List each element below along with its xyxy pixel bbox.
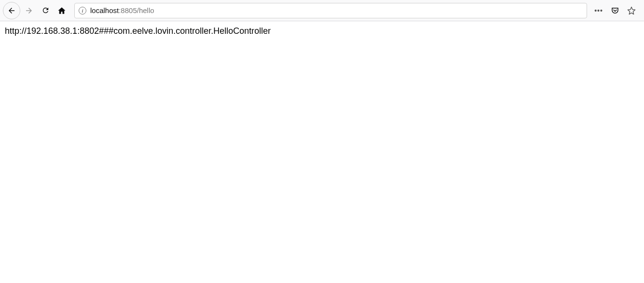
- url-display[interactable]: localhost:8805/hello: [90, 6, 583, 14]
- right-toolbar-group: •••: [589, 4, 641, 17]
- site-info-icon[interactable]: i: [79, 7, 86, 14]
- home-button[interactable]: [54, 3, 69, 18]
- response-text: http://192.168.38.1:8802###com.eelve.lov…: [5, 26, 271, 36]
- page-actions-button[interactable]: •••: [592, 4, 605, 17]
- nav-buttons-group: [3, 2, 69, 19]
- page-body: http://192.168.38.1:8802###com.eelve.lov…: [0, 21, 644, 41]
- star-icon: [627, 6, 636, 15]
- back-arrow-icon: [7, 6, 16, 15]
- ellipsis-icon: •••: [594, 7, 603, 14]
- url-path: :8805/hello: [119, 6, 154, 14]
- url-host: localhost: [90, 6, 119, 14]
- pocket-button[interactable]: [608, 4, 622, 17]
- reload-icon: [41, 6, 50, 14]
- home-icon: [57, 6, 66, 15]
- browser-toolbar: i localhost:8805/hello •••: [0, 0, 644, 21]
- bookmark-button[interactable]: [625, 4, 638, 17]
- pocket-icon: [611, 6, 619, 15]
- forward-button[interactable]: [21, 3, 37, 18]
- reload-button[interactable]: [38, 3, 53, 18]
- address-bar[interactable]: i localhost:8805/hello: [74, 3, 587, 18]
- back-button[interactable]: [3, 2, 20, 19]
- forward-arrow-icon: [25, 6, 33, 15]
